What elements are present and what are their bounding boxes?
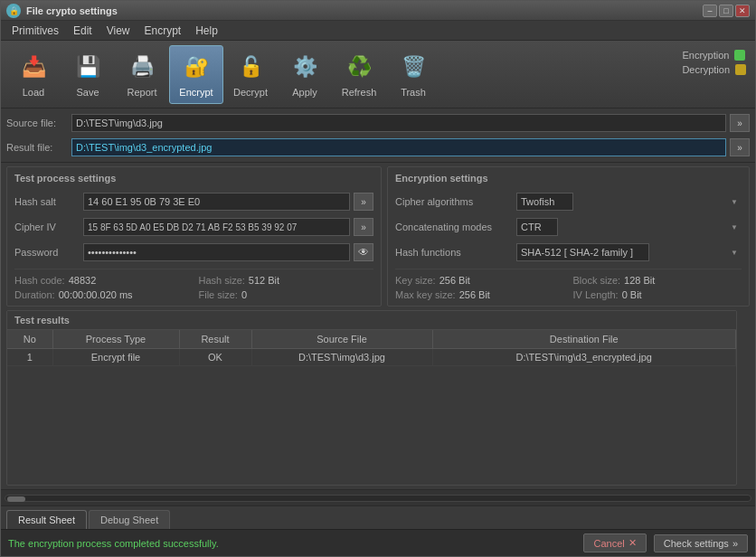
encrypt-label: Encrypt	[179, 87, 213, 98]
hash-size-value: 512 Bit	[249, 275, 279, 286]
menu-view[interactable]: View	[99, 23, 137, 39]
result-file-browse-button[interactable]: »	[730, 138, 750, 156]
scrollbar-area	[1, 489, 755, 505]
trash-button[interactable]: 🗑️ Trash	[386, 45, 440, 104]
menu-bar: Primitives Edit View Encrypt Help	[1, 21, 755, 41]
hash-functions-row: Hash functions SHA-512 [ SHA-2 family ] …	[395, 241, 742, 263]
load-button[interactable]: 📥 Load	[6, 45, 61, 104]
hash-salt-label: Hash salt	[14, 196, 80, 207]
check-settings-button[interactable]: Check settings »	[654, 534, 748, 552]
trash-icon: 🗑️	[397, 51, 430, 83]
decryption-status-row: Decryption	[682, 64, 746, 75]
window-icon: 🔒	[6, 4, 21, 18]
iv-length-value: 0 Bit	[622, 289, 642, 300]
decryption-status-dot	[735, 64, 746, 75]
test-results-title: Test results	[7, 311, 736, 330]
hash-salt-browse-button[interactable]: »	[354, 193, 373, 211]
key-size-value: 256 Bit	[439, 275, 470, 286]
minimize-button[interactable]: –	[703, 5, 717, 17]
tab-bar: Result Sheet Debug Sheet	[1, 505, 755, 529]
col-result: Result	[179, 330, 251, 349]
cancel-button[interactable]: Cancel ✕	[583, 533, 646, 552]
main-window: 🔒 File crypto settings – □ ✕ Primitives …	[0, 0, 756, 557]
col-destination-file: Destination File	[432, 330, 736, 349]
trash-label: Trash	[401, 87, 426, 98]
password-input[interactable]	[83, 243, 350, 261]
concatenating-modes-select[interactable]: CTR CBC ECB CFB	[516, 218, 558, 236]
title-bar: 🔒 File crypto settings – □ ✕	[1, 1, 755, 21]
window-title: File crypto settings	[26, 5, 703, 16]
save-button[interactable]: 💾 Save	[61, 45, 115, 104]
row-result: OK	[179, 349, 251, 366]
decrypt-label: Decrypt	[233, 87, 268, 98]
cipher-algorithms-select[interactable]: Twofish AES DES Blowfish	[516, 193, 573, 211]
decryption-status-label: Decryption	[682, 64, 730, 75]
file-size-value: 0	[241, 289, 247, 300]
save-label: Save	[76, 87, 99, 98]
password-toggle-button[interactable]: 👁	[354, 243, 373, 261]
load-label: Load	[23, 87, 44, 98]
file-fields: Source file: » Result file: »	[1, 109, 755, 163]
menu-edit[interactable]: Edit	[66, 23, 99, 39]
maximize-button[interactable]: □	[719, 5, 733, 17]
result-file-input[interactable]	[71, 138, 726, 156]
close-button[interactable]: ✕	[735, 5, 750, 17]
menu-primitives[interactable]: Primitives	[5, 23, 66, 39]
source-file-row: Source file: »	[6, 112, 750, 134]
hash-code-value: 48832	[69, 275, 97, 286]
scrollbar-thumb[interactable]	[7, 496, 25, 502]
key-size-label: Key size:	[395, 275, 436, 286]
menu-encrypt[interactable]: Encrypt	[137, 23, 189, 39]
check-settings-label: Check settings	[664, 538, 729, 549]
cipher-algorithms-select-wrap: Twofish AES DES Blowfish	[516, 193, 742, 211]
encryption-settings-title: Encryption settings	[395, 173, 742, 184]
left-panel: Test process settings Hash salt » Cipher…	[6, 166, 382, 486]
duration-item: Duration: 00:00:00.020 ms	[14, 289, 190, 300]
block-size-item: Block size: 128 Bit	[573, 275, 742, 286]
hash-salt-input[interactable]	[83, 193, 350, 211]
max-key-size-value: 256 Bit	[459, 289, 490, 300]
hash-functions-label: Hash functions	[395, 247, 513, 258]
key-size-item: Key size: 256 Bit	[395, 275, 564, 286]
scrollbar-track[interactable]	[5, 495, 751, 502]
duration-value: 00:00:00.020 ms	[59, 289, 133, 300]
col-process-type: Process Type	[52, 330, 179, 349]
toolbar: 📥 Load 💾 Save 🖨️ Report 🔐 Encrypt 🔓 Decr…	[1, 41, 755, 109]
source-file-input[interactable]	[71, 114, 726, 132]
main-content: Test process settings Hash salt » Cipher…	[1, 163, 755, 489]
results-table-wrap[interactable]: No Process Type Result Source File Desti…	[7, 330, 736, 485]
report-button[interactable]: 🖨️ Report	[115, 45, 169, 104]
test-process-title: Test process settings	[14, 173, 373, 184]
cipher-iv-browse-button[interactable]: »	[354, 218, 373, 236]
encryption-settings: Encryption settings Cipher algorithms Tw…	[387, 166, 750, 307]
apply-label: Apply	[292, 87, 317, 98]
row-no: 1	[7, 349, 52, 366]
status-bar: The encryption process completed success…	[1, 529, 755, 556]
enc-info-grid: Key size: 256 Bit Block size: 128 Bit Ma…	[395, 269, 742, 300]
encryption-status-dot	[734, 50, 745, 61]
encryption-status-label: Encryption	[682, 50, 729, 61]
apply-icon: ⚙️	[288, 51, 321, 83]
iv-length-label: IV Length:	[573, 289, 619, 300]
decrypt-button[interactable]: 🔓 Decrypt	[223, 45, 278, 104]
result-file-row: Result file: »	[6, 137, 750, 158]
title-buttons: – □ ✕	[703, 5, 750, 17]
file-size-item: File size: 0	[199, 289, 374, 300]
max-key-size-label: Max key size:	[395, 289, 456, 300]
status-message: The encryption process completed success…	[8, 538, 576, 549]
apply-button[interactable]: ⚙️ Apply	[278, 45, 332, 104]
tab-debug-sheet[interactable]: Debug Sheet	[89, 510, 170, 529]
refresh-button[interactable]: ♻️ Refresh	[332, 45, 386, 104]
cipher-iv-input[interactable]	[83, 218, 350, 236]
hash-code-label: Hash code:	[14, 275, 65, 286]
hash-functions-select[interactable]: SHA-512 [ SHA-2 family ] SHA-256 SHA-1 M…	[516, 243, 649, 261]
source-file-label: Source file:	[6, 118, 68, 128]
file-size-label: File size:	[199, 289, 238, 300]
tab-result-sheet[interactable]: Result Sheet	[6, 510, 87, 529]
cancel-icon: ✕	[628, 537, 637, 549]
refresh-label: Refresh	[342, 87, 377, 98]
source-file-browse-button[interactable]: »	[730, 114, 750, 132]
encrypt-button[interactable]: 🔐 Encrypt	[169, 45, 223, 104]
menu-help[interactable]: Help	[188, 23, 225, 39]
results-table: No Process Type Result Source File Desti…	[7, 330, 736, 366]
